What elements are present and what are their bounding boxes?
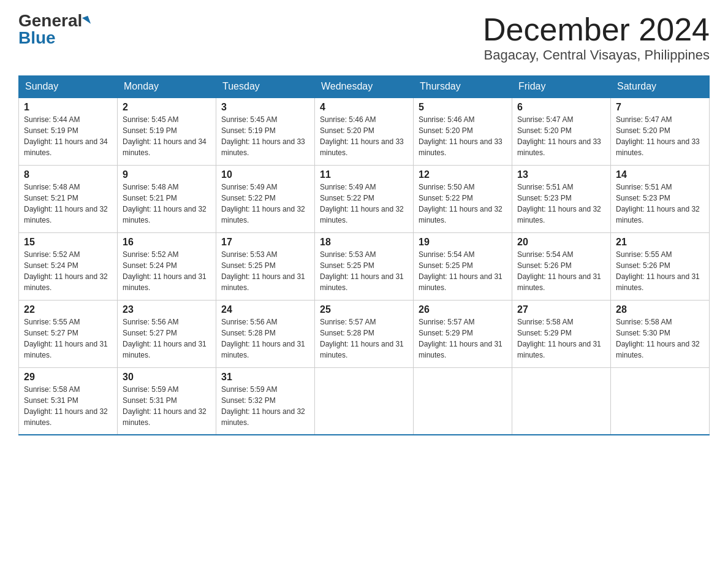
day-number: 5: [419, 102, 507, 113]
day-number: 11: [320, 169, 408, 180]
col-header-sunday: Sunday: [19, 76, 118, 98]
sunrise-info: Sunrise: 5:50 AMSunset: 5:22 PMDaylight:…: [419, 183, 502, 224]
calendar-cell: 19 Sunrise: 5:54 AMSunset: 5:25 PMDaylig…: [414, 232, 512, 300]
title-block: December 2024 Bagacay, Central Visayas, …: [483, 12, 710, 63]
day-number: 21: [616, 237, 704, 248]
calendar-cell: 31 Sunrise: 5:59 AMSunset: 5:32 PMDaylig…: [216, 367, 315, 435]
calendar-cell: 15 Sunrise: 5:52 AMSunset: 5:24 PMDaylig…: [19, 232, 118, 300]
day-number: 17: [221, 237, 309, 248]
sunrise-info: Sunrise: 5:46 AMSunset: 5:20 PMDaylight:…: [320, 115, 404, 157]
day-number: 30: [123, 372, 211, 383]
sunrise-info: Sunrise: 5:44 AMSunset: 5:19 PMDaylight:…: [24, 115, 108, 157]
location-subtitle: Bagacay, Central Visayas, Philippines: [483, 47, 710, 63]
calendar-table: SundayMondayTuesdayWednesdayThursdayFrid…: [18, 75, 710, 435]
sunrise-info: Sunrise: 5:55 AMSunset: 5:26 PMDaylight:…: [616, 250, 700, 292]
sunrise-info: Sunrise: 5:58 AMSunset: 5:30 PMDaylight:…: [616, 318, 700, 359]
sunrise-info: Sunrise: 5:59 AMSunset: 5:31 PMDaylight:…: [123, 385, 207, 427]
calendar-cell: [414, 367, 512, 435]
calendar-header-row: SundayMondayTuesdayWednesdayThursdayFrid…: [19, 76, 710, 98]
sunrise-info: Sunrise: 5:57 AMSunset: 5:29 PMDaylight:…: [419, 318, 502, 359]
day-number: 19: [419, 237, 507, 248]
logo-arrow-icon: [82, 16, 91, 26]
calendar-cell: [512, 367, 611, 435]
calendar-cell: 21 Sunrise: 5:55 AMSunset: 5:26 PMDaylig…: [611, 232, 710, 300]
sunrise-info: Sunrise: 5:58 AMSunset: 5:31 PMDaylight:…: [24, 385, 108, 427]
calendar-cell: 7 Sunrise: 5:47 AMSunset: 5:20 PMDayligh…: [611, 98, 710, 165]
sunrise-info: Sunrise: 5:45 AMSunset: 5:19 PMDaylight:…: [221, 115, 305, 157]
calendar-cell: 22 Sunrise: 5:55 AMSunset: 5:27 PMDaylig…: [19, 300, 118, 367]
day-number: 24: [221, 304, 309, 315]
sunrise-info: Sunrise: 5:55 AMSunset: 5:27 PMDaylight:…: [24, 318, 108, 359]
calendar-cell: 2 Sunrise: 5:45 AMSunset: 5:19 PMDayligh…: [118, 98, 216, 165]
day-number: 26: [419, 304, 507, 315]
sunrise-info: Sunrise: 5:52 AMSunset: 5:24 PMDaylight:…: [123, 250, 207, 292]
day-number: 1: [24, 102, 112, 113]
col-header-tuesday: Tuesday: [216, 76, 315, 98]
calendar-cell: 4 Sunrise: 5:46 AMSunset: 5:20 PMDayligh…: [315, 98, 414, 165]
day-number: 18: [320, 237, 408, 248]
calendar-week-row: 1 Sunrise: 5:44 AMSunset: 5:19 PMDayligh…: [19, 98, 710, 165]
calendar-cell: 29 Sunrise: 5:58 AMSunset: 5:31 PMDaylig…: [19, 367, 118, 435]
day-number: 25: [320, 304, 408, 315]
col-header-friday: Friday: [512, 76, 611, 98]
calendar-cell: 17 Sunrise: 5:53 AMSunset: 5:25 PMDaylig…: [216, 232, 315, 300]
calendar-cell: 27 Sunrise: 5:58 AMSunset: 5:29 PMDaylig…: [512, 300, 611, 367]
day-number: 27: [517, 304, 605, 315]
day-number: 20: [517, 237, 605, 248]
sunrise-info: Sunrise: 5:49 AMSunset: 5:22 PMDaylight:…: [320, 183, 404, 224]
calendar-cell: 9 Sunrise: 5:48 AMSunset: 5:21 PMDayligh…: [118, 165, 216, 232]
sunrise-info: Sunrise: 5:56 AMSunset: 5:28 PMDaylight:…: [221, 318, 305, 359]
calendar-week-row: 22 Sunrise: 5:55 AMSunset: 5:27 PMDaylig…: [19, 300, 710, 367]
calendar-cell: 6 Sunrise: 5:47 AMSunset: 5:20 PMDayligh…: [512, 98, 611, 165]
sunrise-info: Sunrise: 5:57 AMSunset: 5:28 PMDaylight:…: [320, 318, 404, 359]
sunrise-info: Sunrise: 5:47 AMSunset: 5:20 PMDaylight:…: [616, 115, 700, 157]
day-number: 29: [24, 372, 112, 383]
calendar-cell: 28 Sunrise: 5:58 AMSunset: 5:30 PMDaylig…: [611, 300, 710, 367]
sunrise-info: Sunrise: 5:52 AMSunset: 5:24 PMDaylight:…: [24, 250, 108, 292]
sunrise-info: Sunrise: 5:51 AMSunset: 5:23 PMDaylight:…: [616, 183, 700, 224]
calendar-cell: [611, 367, 710, 435]
calendar-cell: 23 Sunrise: 5:56 AMSunset: 5:27 PMDaylig…: [118, 300, 216, 367]
calendar-week-row: 8 Sunrise: 5:48 AMSunset: 5:21 PMDayligh…: [19, 165, 710, 232]
day-number: 12: [419, 169, 507, 180]
calendar-cell: 8 Sunrise: 5:48 AMSunset: 5:21 PMDayligh…: [19, 165, 118, 232]
calendar-cell: 12 Sunrise: 5:50 AMSunset: 5:22 PMDaylig…: [414, 165, 512, 232]
sunrise-info: Sunrise: 5:48 AMSunset: 5:21 PMDaylight:…: [24, 183, 108, 224]
logo-general-text: General: [18, 12, 82, 29]
page-header: General Blue December 2024 Bagacay, Cent…: [18, 12, 710, 63]
col-header-wednesday: Wednesday: [315, 76, 414, 98]
sunrise-info: Sunrise: 5:51 AMSunset: 5:23 PMDaylight:…: [517, 183, 601, 224]
calendar-cell: 18 Sunrise: 5:53 AMSunset: 5:25 PMDaylig…: [315, 232, 414, 300]
calendar-week-row: 29 Sunrise: 5:58 AMSunset: 5:31 PMDaylig…: [19, 367, 710, 435]
day-number: 15: [24, 237, 112, 248]
day-number: 22: [24, 304, 112, 315]
calendar-cell: 24 Sunrise: 5:56 AMSunset: 5:28 PMDaylig…: [216, 300, 315, 367]
sunrise-info: Sunrise: 5:54 AMSunset: 5:25 PMDaylight:…: [419, 250, 502, 292]
day-number: 28: [616, 304, 704, 315]
col-header-monday: Monday: [118, 76, 216, 98]
calendar-cell: 25 Sunrise: 5:57 AMSunset: 5:28 PMDaylig…: [315, 300, 414, 367]
day-number: 23: [123, 304, 211, 315]
calendar-cell: 13 Sunrise: 5:51 AMSunset: 5:23 PMDaylig…: [512, 165, 611, 232]
sunrise-info: Sunrise: 5:53 AMSunset: 5:25 PMDaylight:…: [221, 250, 305, 292]
calendar-cell: 1 Sunrise: 5:44 AMSunset: 5:19 PMDayligh…: [19, 98, 118, 165]
day-number: 31: [221, 372, 309, 383]
sunrise-info: Sunrise: 5:53 AMSunset: 5:25 PMDaylight:…: [320, 250, 404, 292]
sunrise-info: Sunrise: 5:48 AMSunset: 5:21 PMDaylight:…: [123, 183, 207, 224]
sunrise-info: Sunrise: 5:59 AMSunset: 5:32 PMDaylight:…: [221, 385, 305, 427]
sunrise-info: Sunrise: 5:58 AMSunset: 5:29 PMDaylight:…: [517, 318, 601, 359]
sunrise-info: Sunrise: 5:47 AMSunset: 5:20 PMDaylight:…: [517, 115, 601, 157]
logo: General Blue: [18, 12, 89, 47]
sunrise-info: Sunrise: 5:45 AMSunset: 5:19 PMDaylight:…: [123, 115, 207, 157]
calendar-cell: 30 Sunrise: 5:59 AMSunset: 5:31 PMDaylig…: [118, 367, 216, 435]
calendar-cell: 10 Sunrise: 5:49 AMSunset: 5:22 PMDaylig…: [216, 165, 315, 232]
day-number: 16: [123, 237, 211, 248]
sunrise-info: Sunrise: 5:54 AMSunset: 5:26 PMDaylight:…: [517, 250, 601, 292]
calendar-cell: 5 Sunrise: 5:46 AMSunset: 5:20 PMDayligh…: [414, 98, 512, 165]
sunrise-info: Sunrise: 5:49 AMSunset: 5:22 PMDaylight:…: [221, 183, 305, 224]
col-header-saturday: Saturday: [611, 76, 710, 98]
calendar-cell: 16 Sunrise: 5:52 AMSunset: 5:24 PMDaylig…: [118, 232, 216, 300]
day-number: 9: [123, 169, 211, 180]
day-number: 4: [320, 102, 408, 113]
calendar-week-row: 15 Sunrise: 5:52 AMSunset: 5:24 PMDaylig…: [19, 232, 710, 300]
